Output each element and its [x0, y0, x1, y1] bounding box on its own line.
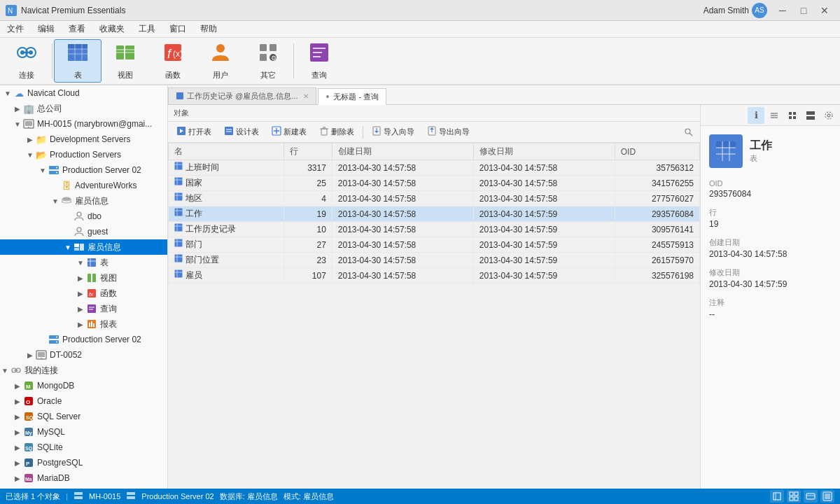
tree-prod-server-02[interactable]: Production Server 02 — [0, 162, 167, 178]
cell-rows: 23 — [284, 253, 332, 268]
table-icon — [66, 41, 89, 69]
col-header-oid[interactable]: OID — [615, 144, 699, 160]
arrow-dev — [25, 136, 35, 144]
status-btn-1[interactable] — [770, 490, 784, 503]
menu-item-帮助[interactable]: 帮助 — [193, 21, 224, 37]
table-row[interactable]: 工作历史记录102013-04-30 14:57:582013-04-30 14… — [169, 222, 700, 237]
app-title: Navicat Premium Essentials — [21, 6, 704, 15]
tree-oracle[interactable]: O Oracle — [0, 393, 167, 409]
tree-dt0052[interactable]: DT-0052 — [0, 347, 167, 363]
menu-item-窗口[interactable]: 窗口 — [162, 21, 193, 37]
menu-item-文件[interactable]: 文件 — [0, 21, 31, 37]
tab-query[interactable]: • 无标题 - 查询 — [318, 88, 386, 105]
tree-yuangong-db[interactable]: 雇员信息 — [0, 193, 167, 209]
tree-guest[interactable]: guest — [0, 224, 167, 239]
arrow-view-group — [76, 274, 85, 282]
tree-adventureworks[interactable]: 🗄 AdventureWorks — [0, 178, 167, 193]
status-btn-4[interactable] — [820, 490, 834, 503]
col-header-rows[interactable]: 行 — [284, 144, 332, 160]
menu-item-收藏夹[interactable]: 收藏夹 — [92, 21, 132, 37]
col-header-name[interactable]: 名 — [169, 144, 284, 160]
close-button[interactable]: ✕ — [815, 1, 834, 20]
rp-info-button[interactable]: ℹ — [748, 107, 764, 124]
table-row[interactable]: 部门位置232013-04-30 14:57:582013-04-30 14:5… — [169, 253, 700, 268]
export-wizard-button[interactable]: 导出向导 — [421, 124, 475, 141]
svg-point-34 — [28, 127, 29, 128]
search-button[interactable] — [680, 124, 697, 141]
menu-item-查看[interactable]: 查看 — [62, 21, 92, 37]
tree-func-group[interactable]: fx 函数 — [0, 286, 167, 301]
sqlserver-label: SQL Server — [37, 412, 80, 421]
rp-rows-value: 19 — [709, 219, 832, 229]
tree-yuangong-schema[interactable]: 雇员信息 — [0, 239, 167, 255]
cell-name: 上班时间 — [169, 160, 284, 176]
import-wizard-button[interactable]: 导入向导 — [366, 124, 420, 141]
toolbar-function-button[interactable]: f (x) 函数 — [149, 39, 197, 83]
col-header-created[interactable]: 创建日期 — [332, 144, 473, 160]
toolbar-query-button[interactable]: 查询 — [295, 39, 343, 83]
rp-created-value: 2013-04-30 14:57:58 — [709, 249, 832, 259]
rp-detail-button[interactable] — [802, 107, 819, 124]
toolbar-user-button[interactable]: 用户 — [197, 39, 244, 83]
arrow-mysql — [13, 428, 22, 436]
tree-mysql[interactable]: My MySQL — [0, 424, 167, 440]
tree-sqlite[interactable]: SQ SQLite — [0, 440, 167, 455]
report-group-icon — [85, 318, 98, 330]
table-row[interactable]: 地区42013-04-30 14:57:582013-04-30 14:57:5… — [169, 191, 700, 206]
export-wizard-label: 导出向导 — [439, 127, 470, 137]
tab-history[interactable]: 工作历史记录 @雇员信息.信息... ✕ — [168, 88, 316, 104]
tree-dbo[interactable]: dbo — [0, 209, 167, 224]
status-btn-3[interactable] — [804, 490, 818, 503]
tree-view-group[interactable]: 视图 — [0, 270, 167, 286]
toolbar-other-button[interactable]: ⚙ 其它 — [244, 39, 292, 83]
tree-report-group[interactable]: 报表 — [0, 316, 167, 332]
col-rows-label: 行 — [290, 146, 298, 156]
rp-list-button[interactable] — [766, 107, 783, 124]
minimize-button[interactable]: ─ — [773, 1, 792, 20]
table-row[interactable]: 国家252013-04-30 14:57:582013-04-30 14:57:… — [169, 176, 700, 191]
tree-sqlserver[interactable]: SQL SQL Server — [0, 409, 167, 424]
table-row[interactable]: 工作192013-04-30 14:57:582013-04-30 14:57:… — [169, 206, 700, 222]
menu-item-编辑[interactable]: 编辑 — [31, 21, 62, 37]
tree-my-connect[interactable]: 我的连接 — [0, 363, 167, 378]
tree-table-group[interactable]: 表 — [0, 255, 167, 270]
tree-postgresql[interactable]: P PostgreSQL — [0, 455, 167, 470]
toolbar-view-button[interactable]: 视图 — [102, 39, 149, 83]
delete-table-button[interactable]: 删除表 — [314, 124, 360, 141]
tree-mongodb[interactable]: M MongoDB — [0, 378, 167, 393]
status-left: 已选择 1 个对象 | MH-0015 Production Server 02… — [6, 491, 762, 502]
table-row[interactable]: 雇员1072013-04-30 14:57:582013-04-30 14:57… — [169, 268, 700, 284]
open-table-button[interactable]: 打开表 — [171, 124, 217, 141]
mh0015-icon — [22, 118, 35, 130]
dev-servers-label: Development Servers — [50, 134, 130, 144]
mongodb-icon: M — [22, 379, 35, 392]
new-table-button[interactable]: 新建表 — [266, 124, 312, 141]
design-table-button[interactable]: 设计表 — [218, 124, 265, 141]
col-header-modified[interactable]: 修改日期 — [473, 144, 615, 160]
rp-settings-button[interactable] — [820, 107, 837, 124]
col-name-label: 名 — [174, 146, 183, 156]
tree-query-group[interactable]: 查询 — [0, 301, 167, 316]
prod-server-icon — [48, 164, 60, 176]
menu-item-工具[interactable]: 工具 — [132, 21, 162, 37]
tree-company[interactable]: 🏢 总公司 — [0, 101, 167, 116]
toolbar-table-button[interactable]: 表 — [54, 39, 102, 83]
tree-mariadb[interactable]: Ma MariaDB — [0, 470, 167, 486]
other-icon: ⚙ — [257, 41, 279, 69]
svg-point-65 — [41, 358, 42, 359]
tree-prod-servers[interactable]: 📂 Production Servers — [0, 147, 167, 162]
tree-navicat-cloud[interactable]: ☁ Navicat Cloud — [0, 85, 167, 101]
svg-rect-151 — [794, 492, 798, 496]
tree-mh0015[interactable]: MH-0015 (marybrown@gmai... — [0, 116, 167, 132]
tree-dev-servers[interactable]: 📁 Development Servers — [0, 132, 167, 147]
toolbar-connect-button[interactable]: 连接 — [3, 39, 50, 83]
svg-point-137 — [825, 112, 832, 119]
maximize-button[interactable]: □ — [794, 1, 813, 20]
svg-rect-24 — [270, 44, 276, 51]
status-btn-2[interactable] — [787, 490, 801, 503]
tab-history-close[interactable]: ✕ — [303, 92, 309, 100]
rp-grid-button[interactable] — [784, 107, 801, 124]
table-row[interactable]: 上班时间33172013-04-30 14:57:582013-04-30 14… — [169, 160, 700, 176]
tree-prod-server-02b[interactable]: Production Server 02 — [0, 332, 167, 347]
table-row[interactable]: 部门272013-04-30 14:57:582013-04-30 14:57:… — [169, 237, 700, 253]
